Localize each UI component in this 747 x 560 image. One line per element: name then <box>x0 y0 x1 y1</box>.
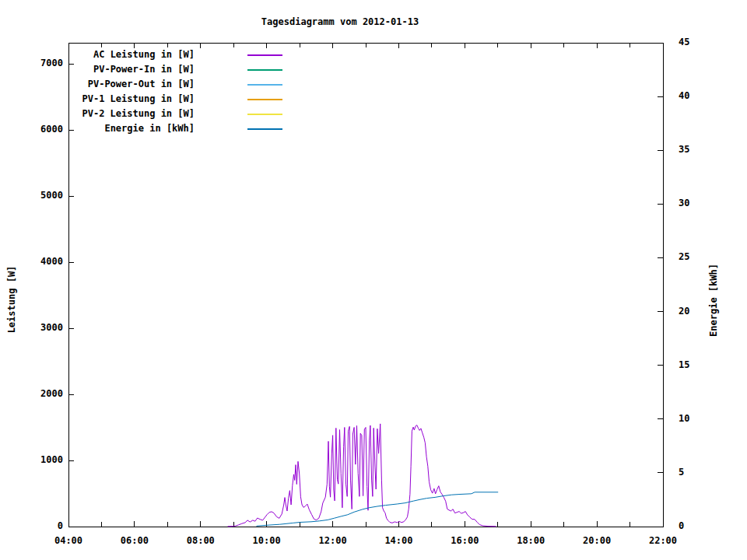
legend-line-sample <box>247 114 282 115</box>
x-tick-label: 16:00 <box>441 535 488 546</box>
legend-label: Energie in [kWh] <box>47 123 195 134</box>
y-left-tick-label: 5000 <box>27 190 63 201</box>
x-tick-label: 14:00 <box>375 535 422 546</box>
legend-line-sample <box>247 128 282 130</box>
y-left-tick-label: 0 <box>27 520 63 531</box>
legend-label: PV-Power-Out in [W] <box>47 79 195 89</box>
legend-label: PV-1 Leistung in [W] <box>47 93 195 104</box>
legend-line-sample <box>247 99 282 100</box>
legend-label: PV-Power-In in [W] <box>47 64 195 75</box>
y-left-tick-label: 2000 <box>27 388 63 399</box>
y-left-tick-label: 3000 <box>27 322 63 333</box>
legend-label: AC Leistung in [W] <box>47 49 195 60</box>
y-left-tick-label: 1000 <box>27 454 63 465</box>
legend-line-sample <box>247 84 282 86</box>
y-right-tick-label: 25 <box>679 251 714 262</box>
legend-line-sample <box>247 54 282 56</box>
legend-label: PV-2 Leistung in [W] <box>47 108 195 119</box>
legend-item: PV-1 Leistung in [W] <box>0 93 311 107</box>
x-tick-label: 08:00 <box>177 535 224 546</box>
x-tick-label: 18:00 <box>507 535 554 546</box>
y-right-tick-label: 15 <box>679 359 714 370</box>
y-right-tick-label: 30 <box>679 198 714 208</box>
gnuplot-daily-pv-chart: Tagesdiagramm vom 2012-01-13 Leistung [W… <box>0 0 747 560</box>
series-line-energie-in-kwh <box>257 492 498 527</box>
series-line-ac-leistung-in-w <box>228 424 496 527</box>
y-right-tick-label: 0 <box>679 520 714 531</box>
x-tick-label: 06:00 <box>111 535 158 546</box>
x-tick-label: 10:00 <box>244 535 290 546</box>
y-left-tick-label: 4000 <box>27 256 63 267</box>
legend-line-sample <box>247 69 282 71</box>
legend-item: PV-2 Leistung in [W] <box>0 107 311 122</box>
y-right-tick-label: 40 <box>679 90 714 101</box>
y-right-tick-label: 20 <box>679 306 714 317</box>
x-tick-label: 12:00 <box>310 535 356 546</box>
y-right-tick-label: 10 <box>679 413 714 424</box>
x-tick-label: 20:00 <box>573 535 620 546</box>
y-right-tick-label: 5 <box>679 467 714 478</box>
legend-item: PV-Power-Out in [W] <box>0 78 311 93</box>
y-right-tick-label: 35 <box>679 144 714 155</box>
legend-item: AC Leistung in [W] <box>0 48 311 63</box>
legend-item: Energie in [kWh] <box>0 122 311 137</box>
legend-item: PV-Power-In in [W] <box>0 63 311 78</box>
y-right-tick-label: 45 <box>679 37 714 47</box>
x-tick-label: 22:00 <box>640 535 686 546</box>
x-tick-label: 04:00 <box>45 535 92 546</box>
